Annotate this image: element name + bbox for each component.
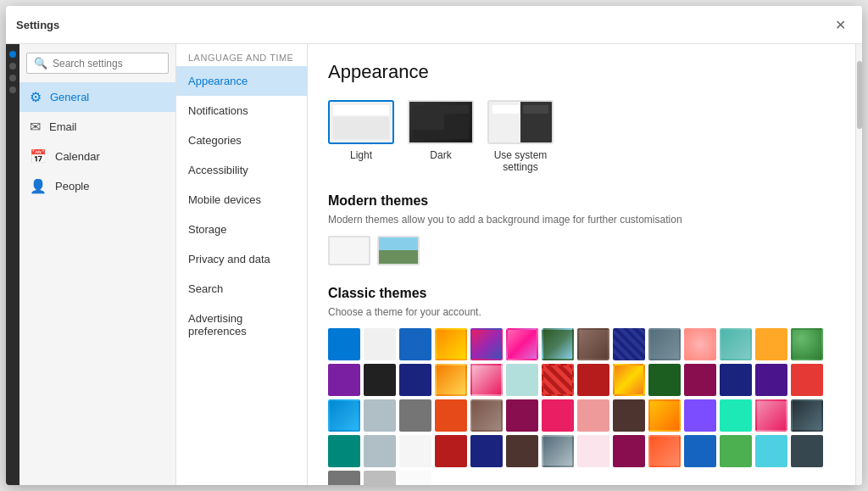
classic-theme-swatch[interactable] xyxy=(791,328,823,360)
content-area: Appearance Light xyxy=(308,44,855,485)
classic-theme-swatch[interactable] xyxy=(399,471,431,485)
classic-theme-swatch[interactable] xyxy=(364,435,396,467)
classic-theme-swatch[interactable] xyxy=(720,328,752,360)
theme-option-system[interactable]: Use systemsettings xyxy=(487,100,554,173)
classic-theme-swatch[interactable] xyxy=(542,435,574,467)
classic-theme-swatch[interactable] xyxy=(435,364,467,396)
middle-item-appearance[interactable]: Appearance xyxy=(176,66,307,96)
classic-theme-swatch[interactable] xyxy=(470,399,503,432)
classic-theme-swatch[interactable] xyxy=(506,435,538,467)
light-theme-label: Light xyxy=(350,149,372,161)
search-input[interactable] xyxy=(53,58,161,70)
scrollbar[interactable] xyxy=(855,44,862,485)
classic-theme-swatch[interactable] xyxy=(648,328,681,360)
classic-theme-swatch[interactable] xyxy=(470,364,503,396)
system-theme-preview[interactable] xyxy=(487,100,554,144)
sidebar-item-label: People xyxy=(55,180,89,192)
classic-theme-swatch[interactable] xyxy=(435,435,467,467)
middle-item-privacy[interactable]: Privacy and data xyxy=(176,244,307,274)
dark-theme-preview[interactable] xyxy=(408,100,474,144)
classic-theme-swatch[interactable] xyxy=(328,328,360,360)
classic-theme-swatch[interactable] xyxy=(648,364,681,396)
classic-theme-swatch[interactable] xyxy=(720,399,752,432)
modern-theme-blank[interactable] xyxy=(328,236,370,265)
classic-theme-swatch[interactable] xyxy=(435,328,467,360)
icon-sidebar xyxy=(6,44,19,485)
classic-theme-swatch[interactable] xyxy=(399,328,431,360)
classic-theme-swatch[interactable] xyxy=(791,399,823,432)
classic-theme-swatch[interactable] xyxy=(613,328,645,360)
classic-theme-swatch[interactable] xyxy=(328,399,360,432)
middle-item-notifications[interactable]: Notifications xyxy=(176,96,307,126)
classic-theme-swatch[interactable] xyxy=(364,364,396,396)
classic-theme-swatch[interactable] xyxy=(755,435,787,467)
middle-item-categories[interactable]: Categories xyxy=(176,126,307,155)
middle-item-accessibility[interactable]: Accessibility xyxy=(176,155,307,185)
middle-item-mobile[interactable]: Mobile devices xyxy=(176,185,307,215)
icon-dot xyxy=(9,51,16,58)
sidebar-item-label: Calendar xyxy=(55,150,100,163)
dark-theme-label: Dark xyxy=(430,149,451,161)
sidebar-item-people[interactable]: 👤 People xyxy=(19,171,175,201)
classic-theme-swatch[interactable] xyxy=(506,399,538,432)
classic-theme-swatch[interactable] xyxy=(364,399,396,432)
close-button[interactable]: ✕ xyxy=(828,13,852,36)
classic-theme-swatch[interactable] xyxy=(399,399,431,432)
sidebar-item-calendar[interactable]: 📅 Calendar xyxy=(19,142,175,171)
classic-theme-swatch[interactable] xyxy=(328,471,360,485)
classic-theme-swatch[interactable] xyxy=(684,435,716,467)
classic-theme-swatch[interactable] xyxy=(613,364,645,396)
classic-theme-swatch[interactable] xyxy=(613,399,645,432)
modern-theme-landscape[interactable] xyxy=(377,236,420,265)
sidebar-item-email[interactable]: ✉ Email xyxy=(19,112,175,142)
classic-theme-swatch[interactable] xyxy=(364,471,396,485)
middle-panel-header: Language and time xyxy=(176,44,307,66)
classic-themes-title: Classic themes xyxy=(328,286,835,301)
modern-themes-desc: Modern themes allow you to add a backgro… xyxy=(328,214,835,226)
theme-section: Light Dark Use syste xyxy=(328,100,835,173)
classic-theme-swatch[interactable] xyxy=(577,328,609,360)
classic-theme-swatch[interactable] xyxy=(399,364,431,396)
classic-theme-swatch[interactable] xyxy=(648,399,681,432)
classic-theme-swatch[interactable] xyxy=(648,435,681,467)
scrollbar-thumb[interactable] xyxy=(857,61,862,129)
classic-theme-swatch[interactable] xyxy=(435,399,467,432)
classic-theme-swatch[interactable] xyxy=(720,364,752,396)
classic-theme-swatch[interactable] xyxy=(506,364,538,396)
classic-theme-swatch[interactable] xyxy=(364,328,396,360)
classic-theme-swatch[interactable] xyxy=(328,435,360,467)
classic-theme-swatch[interactable] xyxy=(542,364,574,396)
classic-theme-swatch[interactable] xyxy=(684,328,716,360)
modern-themes-section: Modern themes Modern themes allow you to… xyxy=(328,193,835,265)
classic-theme-swatch[interactable] xyxy=(684,364,716,396)
classic-theme-swatch[interactable] xyxy=(613,435,645,467)
classic-theme-swatch[interactable] xyxy=(577,399,609,432)
classic-theme-swatch[interactable] xyxy=(506,328,538,360)
classic-theme-swatch[interactable] xyxy=(577,435,609,467)
title-bar: Settings ✕ xyxy=(6,6,862,44)
classic-theme-swatch[interactable] xyxy=(577,364,609,396)
middle-item-storage[interactable]: Storage xyxy=(176,215,307,244)
nav-sidebar: 🔍 ⚙ General ✉ Email 📅 Calendar 👤 People xyxy=(19,44,176,485)
classic-theme-swatch[interactable] xyxy=(542,399,574,432)
classic-theme-swatch[interactable] xyxy=(755,364,787,396)
middle-item-advertising[interactable]: Advertising preferences xyxy=(176,304,307,346)
classic-theme-swatch[interactable] xyxy=(470,328,503,360)
classic-theme-swatch[interactable] xyxy=(684,399,716,432)
classic-theme-swatch[interactable] xyxy=(791,435,823,467)
classic-theme-swatch[interactable] xyxy=(470,435,503,467)
middle-item-search[interactable]: Search xyxy=(176,274,307,304)
classic-theme-swatch[interactable] xyxy=(542,328,574,360)
theme-option-dark[interactable]: Dark xyxy=(408,100,474,161)
classic-theme-swatch[interactable] xyxy=(328,364,360,396)
light-theme-preview[interactable] xyxy=(328,100,394,144)
icon-dot xyxy=(9,63,16,70)
classic-theme-swatch[interactable] xyxy=(399,435,431,467)
theme-option-light[interactable]: Light xyxy=(328,100,394,161)
classic-theme-swatch[interactable] xyxy=(791,364,823,396)
classic-theme-swatch[interactable] xyxy=(755,399,787,432)
classic-theme-swatch[interactable] xyxy=(755,328,787,360)
search-box[interactable]: 🔍 xyxy=(26,53,169,74)
classic-theme-swatch[interactable] xyxy=(720,435,752,467)
sidebar-item-general[interactable]: ⚙ General xyxy=(19,82,175,112)
